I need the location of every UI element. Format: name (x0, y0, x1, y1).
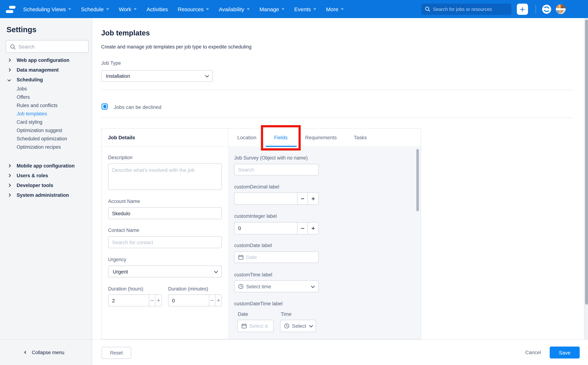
skedulo-logo-icon[interactable] (6, 6, 15, 13)
datetime-time-select[interactable]: Select (280, 320, 316, 332)
settings-sidebar: Settings Web app configuration Data mana… (0, 18, 92, 365)
duration-minutes-input[interactable] (168, 295, 209, 306)
sidebar-item-optimization-suggest[interactable]: Optimization suggest (0, 126, 91, 134)
sidebar-group-mobile-app-configuration[interactable]: Mobile app configuration (0, 161, 91, 171)
chevron-down-icon (311, 284, 315, 288)
decrement-button[interactable]: − (209, 295, 215, 306)
chevron-right-icon (7, 59, 11, 62)
sidebar-group-users-roles[interactable]: Users & roles (0, 171, 91, 181)
cancel-button[interactable]: Cancel (525, 350, 541, 355)
app-window: Scheduling Views Schedule Work Activitie… (0, 0, 588, 365)
menu-item-more[interactable]: More (326, 6, 344, 12)
collapse-menu-button[interactable]: Collapse menu (0, 339, 92, 365)
increment-button[interactable]: + (215, 295, 222, 306)
global-search-input[interactable] (433, 3, 509, 15)
user-avatar[interactable] (556, 4, 566, 14)
sidebar-item-scheduled-optimization[interactable]: Scheduled optimization (0, 134, 91, 143)
datetime-time-sublabel: Time (281, 311, 292, 317)
menu-item-schedule[interactable]: Schedule (81, 6, 109, 12)
custom-integer-stepper: − + (234, 222, 319, 234)
main-menu: Scheduling Views Schedule Work Activitie… (23, 0, 353, 18)
urgency-select[interactable]: Urgent (108, 266, 222, 277)
sidebar-item-jobs[interactable]: Jobs (0, 85, 91, 93)
tab-location[interactable]: Location (237, 128, 256, 147)
sidebar-search[interactable] (6, 40, 89, 53)
contact-name-input[interactable] (108, 236, 222, 248)
custom-date-field[interactable] (246, 252, 318, 263)
decrement-button[interactable]: − (297, 223, 308, 234)
chevron-down-icon (106, 8, 109, 10)
increment-button[interactable]: + (308, 223, 318, 234)
menu-item-scheduling-views[interactable]: Scheduling Views (23, 6, 71, 12)
fields-tab-panel: Job Survey (Object with no name) customD… (228, 147, 421, 339)
calendar-icon (241, 323, 247, 329)
sidebar-item-rules-and-conflicts[interactable]: Rules and conflicts (0, 101, 91, 110)
duration-minutes-stepper: − + (168, 295, 222, 306)
chevron-right-icon (7, 164, 11, 168)
decrement-button[interactable]: − (149, 295, 155, 306)
sidebar-group-web-app-configuration[interactable]: Web app configuration (0, 55, 91, 65)
save-button[interactable]: Save (550, 347, 580, 358)
tab-tasks[interactable]: Tasks (354, 128, 367, 147)
custom-integer-input[interactable] (235, 223, 297, 234)
job-template-card: Job Details Location Fields Requirements… (101, 128, 421, 339)
menu-item-manage[interactable]: Manage (260, 6, 284, 12)
duration-hours-stepper: − + (108, 295, 162, 306)
chevron-down-icon (134, 8, 137, 10)
datetime-date-input[interactable] (237, 320, 273, 332)
job-type-select[interactable]: Installation (101, 70, 213, 82)
menu-item-resources[interactable]: Resources (178, 6, 209, 12)
menu-item-events[interactable]: Events (294, 6, 316, 12)
account-name-input[interactable] (108, 207, 222, 219)
sidebar-item-card-styling[interactable]: Card styling (0, 118, 91, 126)
sidebar-item-optimization-recipes[interactable]: Optimization recipes (0, 143, 91, 151)
sync-icon[interactable] (542, 5, 551, 14)
page-scrollbar[interactable] (584, 18, 588, 339)
menu-item-availability[interactable]: Availability (219, 6, 250, 12)
sidebar-group-scheduling[interactable]: Scheduling (0, 75, 91, 85)
job-details-header: Job Details (108, 128, 135, 147)
job-type-label: Job Type (101, 60, 121, 66)
global-search[interactable] (421, 3, 511, 15)
custom-decimal-label: customDecimal label (234, 184, 279, 190)
chevron-down-icon (68, 8, 71, 10)
job-survey-label: Job Survey (Object with no name) (234, 155, 308, 161)
sidebar-item-job-templates[interactable]: Job templates (0, 110, 91, 118)
create-new-button[interactable]: + (517, 3, 528, 15)
increment-button[interactable]: + (155, 295, 162, 306)
chevron-down-icon (313, 8, 316, 10)
menu-item-work[interactable]: Work (119, 6, 137, 12)
chevron-right-icon (7, 174, 11, 177)
job-details-pane: Description Account Name Contact Name Ur… (102, 147, 228, 339)
jobs-declined-checkbox[interactable] (102, 104, 108, 110)
duration-hours-input[interactable] (109, 295, 149, 306)
description-label: Description (108, 155, 132, 160)
custom-decimal-input[interactable] (235, 193, 297, 204)
menu-item-activities[interactable]: Activities (147, 6, 168, 12)
reset-button[interactable]: Reset (102, 347, 131, 359)
sidebar-search-input[interactable] (18, 41, 86, 52)
datetime-date-field[interactable] (249, 320, 273, 332)
panel-scrollbar-thumb[interactable] (416, 149, 419, 211)
job-survey-search-input[interactable] (234, 164, 319, 175)
chevron-left-icon (24, 351, 27, 354)
annotation-rectangle (261, 125, 301, 150)
plus-icon: + (520, 4, 525, 14)
sidebar-group-data-management[interactable]: Data management (0, 65, 91, 75)
description-textarea[interactable] (108, 163, 222, 190)
chevron-down-icon (205, 73, 209, 77)
divider (101, 118, 573, 118)
sidebar-group-system-administration[interactable]: System administration (0, 190, 91, 200)
increment-button[interactable]: + (308, 193, 318, 204)
search-icon (425, 6, 431, 12)
sidebar-item-offers[interactable]: Offers (0, 93, 91, 101)
decrement-button[interactable]: − (297, 193, 308, 204)
custom-time-select[interactable]: Select time (234, 280, 319, 292)
sidebar-group-developer-tools[interactable]: Developer tools (0, 181, 91, 190)
urgency-label: Urgency (108, 257, 126, 262)
custom-integer-label: customInteger label (234, 213, 277, 219)
custom-date-input[interactable] (234, 251, 319, 263)
page-scrollbar-thumb[interactable] (585, 20, 588, 305)
sidebar-title: Settings (7, 25, 36, 34)
tab-requirements[interactable]: Requirements (305, 128, 337, 147)
